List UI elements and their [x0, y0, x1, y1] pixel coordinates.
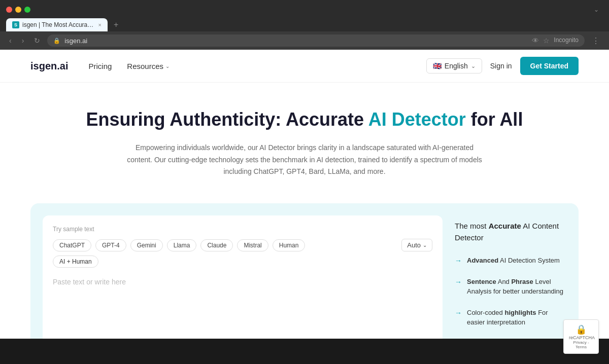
close-window-button[interactable] [6, 7, 12, 13]
logo[interactable]: isgen.ai [30, 60, 68, 72]
forward-button[interactable]: › [19, 35, 27, 46]
tag-ai-human[interactable]: AI + Human [53, 256, 98, 268]
features-panel: The most Accurate AI Content Detector → … [455, 215, 566, 339]
eye-icon[interactable]: 👁 [532, 37, 539, 45]
text-input-panel: Try sample text ChatGPT GPT-4 Gemini Lla… [43, 215, 443, 339]
recaptcha-badge: 🔒 reCAPTCHA Privacy - Terms [563, 319, 599, 354]
feature-text-2: Sentence And Phrase Level Analysis for b… [467, 277, 566, 297]
nav-links: Pricing Resources ⌄ [88, 62, 170, 70]
features-title-bold: Accurate [489, 222, 521, 230]
feature-bold-2a: Sentence [467, 278, 496, 285]
feature-arrow-1: → [455, 257, 462, 265]
auto-label: Auto [407, 241, 421, 249]
tab-favicon: S [12, 21, 19, 28]
feature-normal-2a: And [496, 278, 512, 285]
feature-text-3: Color-coded highlights For easier interp… [467, 308, 566, 327]
active-tab[interactable]: S isgen | The Most Accurate Fr... × [6, 18, 108, 31]
hero-subtitle: Empowering individuals worldwide, our AI… [127, 142, 482, 178]
language-label: English [445, 62, 468, 70]
navbar: isgen.ai Pricing Resources ⌄ 🇬🇧 English … [0, 50, 609, 83]
recaptcha-label: reCAPTCHA [569, 335, 593, 340]
sample-text-label: Try sample text [53, 226, 432, 233]
hero-title-highlight: AI Detector [368, 109, 466, 130]
url-actions: 👁 ☆ Incognito [532, 37, 579, 45]
feature-item-1: → Advanced AI Detection System [455, 256, 566, 266]
ai-human-tags-row: AI + Human [53, 256, 432, 268]
textarea-placeholder-text: Paste text or write here [53, 278, 126, 286]
back-button[interactable]: ‹ [6, 35, 15, 46]
hero-title-part1: Ensuring Authenticity: Accurate [86, 109, 368, 130]
tabs-bar: S isgen | The Most Accurate Fr... × + [0, 14, 609, 31]
language-selector[interactable]: 🇬🇧 English ⌄ [426, 58, 482, 74]
get-started-button[interactable]: Get Started [520, 57, 579, 75]
incognito-label: Incognito [554, 37, 579, 45]
text-input-area[interactable]: Paste text or write here [53, 274, 432, 334]
feature-arrow-2: → [455, 278, 462, 286]
address-bar: ‹ › ↻ 🔒 isgen.ai 👁 ☆ Incognito ⋮ [0, 31, 609, 50]
sign-in-link[interactable]: Sign in [490, 62, 512, 70]
bookmark-icon[interactable]: ☆ [543, 37, 550, 45]
feature-item-2: → Sentence And Phrase Level Analysis for… [455, 277, 566, 297]
traffic-lights [6, 7, 30, 13]
tag-chatgpt[interactable]: ChatGPT [53, 239, 91, 251]
tag-llama[interactable]: Llama [167, 239, 197, 251]
maximize-window-button[interactable] [24, 7, 30, 13]
new-tab-button[interactable]: + [110, 18, 122, 31]
tag-claude[interactable]: Claude [200, 239, 233, 251]
refresh-button[interactable]: ↻ [31, 35, 43, 46]
feature-item-3: → Color-coded highlights For easier inte… [455, 308, 566, 327]
nav-resources[interactable]: Resources ⌄ [127, 62, 170, 70]
feature-bold-2b: Phrase [511, 278, 533, 285]
nav-pricing[interactable]: Pricing [88, 62, 112, 70]
hero-title-part2: for All [466, 109, 523, 130]
hero-section: Ensuring Authenticity: Accurate AI Detec… [0, 83, 609, 193]
main-panel: Try sample text ChatGPT GPT-4 Gemini Lla… [30, 203, 579, 339]
auto-select-dropdown[interactable]: Auto ⌄ [401, 239, 432, 251]
tag-gemini[interactable]: Gemini [130, 239, 163, 251]
minimize-window-button[interactable] [15, 7, 21, 13]
tab-close-icon[interactable]: × [98, 22, 101, 28]
auto-arrow-icon: ⌄ [423, 242, 427, 248]
features-title: The most Accurate AI Content Detector [455, 221, 566, 243]
nav-right: 🇬🇧 English ⌄ Sign in Get Started [426, 57, 579, 75]
features-title-normal: The most [455, 222, 489, 230]
recaptcha-icon: 🔒 [569, 324, 593, 335]
chevron-down-icon[interactable]: ⌄ [590, 5, 603, 14]
language-arrow-icon: ⌄ [471, 63, 476, 69]
url-text: isgen.ai [64, 37, 87, 45]
feature-bold-3: highlights [504, 309, 536, 316]
feature-bold-1: Advanced [467, 257, 498, 264]
nav-resources-arrow: ⌄ [165, 63, 170, 69]
recaptcha-links[interactable]: Privacy - Terms [569, 340, 593, 349]
model-tags-row: ChatGPT GPT-4 Gemini Llama Claude Mistra… [53, 239, 432, 251]
feature-normal-1: AI Detection System [498, 257, 560, 264]
feature-text-1: Advanced AI Detection System [467, 256, 560, 266]
tag-human[interactable]: Human [273, 239, 306, 251]
hero-title: Ensuring Authenticity: Accurate AI Detec… [30, 108, 579, 132]
tag-gpt4[interactable]: GPT-4 [95, 239, 126, 251]
feature-arrow-3: → [455, 309, 462, 317]
tab-title: isgen | The Most Accurate Fr... [22, 21, 95, 28]
lock-icon: 🔒 [53, 38, 60, 44]
page-content: isgen.ai Pricing Resources ⌄ 🇬🇧 English … [0, 50, 609, 339]
nav-resources-label: Resources [127, 62, 163, 70]
flag-icon: 🇬🇧 [433, 62, 442, 70]
browser-menu-button[interactable]: ⋮ [589, 35, 603, 47]
feature-normal-3a: Color-coded [467, 309, 504, 316]
url-bar[interactable]: 🔒 isgen.ai 👁 ☆ Incognito [47, 34, 585, 47]
tag-mistral[interactable]: Mistral [237, 239, 268, 251]
